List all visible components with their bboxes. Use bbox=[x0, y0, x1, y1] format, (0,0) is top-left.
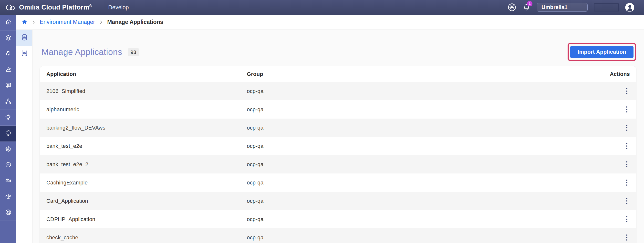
highlight-annotation: Import Application bbox=[568, 43, 636, 61]
insights-icon bbox=[5, 114, 12, 121]
table-row: bank_test_e2e_2 ocp-qa bbox=[40, 155, 636, 174]
secondary-sidebar bbox=[16, 30, 32, 243]
voice-chat-icon bbox=[5, 82, 12, 90]
group-cell: ocp-qa bbox=[247, 216, 582, 223]
application-name-cell: alphanumeric bbox=[40, 106, 247, 113]
sidebar-item-analytics[interactable] bbox=[0, 62, 16, 78]
chevron-right-icon bbox=[99, 20, 103, 24]
table-row: 2106_Simplified ocp-qa bbox=[40, 82, 636, 100]
organization-selector-value: Umbrella1 bbox=[542, 4, 567, 10]
avatar-head-shape bbox=[628, 5, 631, 8]
network-icon bbox=[5, 98, 12, 106]
table-row: check_cache ocp-qa bbox=[40, 228, 636, 243]
code-icon bbox=[21, 49, 28, 58]
subsidebar-item-database[interactable] bbox=[16, 30, 32, 46]
sidebar-item-user-settings[interactable] bbox=[0, 142, 16, 157]
cloud-deploy-icon bbox=[5, 130, 12, 137]
kebab-menu-icon[interactable] bbox=[625, 105, 629, 114]
table-row: alphanumeric ocp-qa bbox=[40, 100, 636, 119]
cloud-logo-icon bbox=[5, 4, 16, 11]
group-cell: ocp-qa bbox=[247, 125, 582, 131]
sidebar-item-miniapps[interactable] bbox=[0, 46, 16, 62]
user-settings-icon bbox=[5, 145, 12, 153]
group-cell: ocp-qa bbox=[247, 180, 582, 186]
kebab-menu-icon[interactable] bbox=[625, 123, 629, 132]
kebab-menu-icon[interactable] bbox=[625, 87, 629, 96]
application-name-cell: 2106_Simplified bbox=[40, 88, 247, 94]
top-header-bar: Omilia Cloud Platform® Develop 1 Umbrell… bbox=[0, 0, 644, 15]
sidebar-item-insights[interactable] bbox=[0, 110, 16, 126]
group-cell: ocp-qa bbox=[247, 198, 582, 204]
group-cell: ocp-qa bbox=[247, 106, 582, 113]
column-header-group: Group bbox=[247, 71, 582, 77]
kebab-menu-icon[interactable] bbox=[625, 233, 629, 242]
import-application-button[interactable]: Import Application bbox=[570, 46, 634, 58]
bell-icon[interactable]: 1 bbox=[523, 3, 530, 11]
notification-count-badge: 1 bbox=[527, 1, 532, 6]
primary-sidebar bbox=[0, 15, 16, 243]
table-body: 2106_Simplified ocp-qa alphanumeric ocp-… bbox=[40, 82, 636, 243]
page-title: Manage Applications bbox=[42, 47, 122, 57]
analytics-icon bbox=[5, 66, 12, 74]
kebab-menu-icon[interactable] bbox=[625, 142, 629, 151]
brightness-icon[interactable] bbox=[508, 3, 516, 12]
support-icon bbox=[5, 209, 12, 217]
quality-seal-icon bbox=[5, 161, 12, 169]
applications-table: Application Group Actions 2106_Simplifie… bbox=[40, 66, 636, 243]
column-header-application: Application bbox=[40, 71, 247, 77]
kebab-menu-icon[interactable] bbox=[625, 160, 629, 169]
registered-mark: ® bbox=[89, 4, 92, 8]
kebab-menu-icon[interactable] bbox=[625, 215, 629, 224]
app-title: Omilia Cloud Platform® bbox=[19, 4, 92, 11]
section-label: Develop bbox=[108, 4, 129, 11]
kebab-menu-icon[interactable] bbox=[625, 196, 629, 206]
table-row: CDPHP_Application ocp-qa bbox=[40, 210, 636, 228]
layers-icon bbox=[5, 34, 12, 42]
subsidebar-item-code[interactable] bbox=[16, 46, 32, 61]
chevron-right-icon bbox=[32, 20, 36, 24]
application-name-cell: CachingExample bbox=[40, 180, 247, 186]
group-cell: ocp-qa bbox=[247, 143, 582, 149]
header-actions: 1 Umbrella1 bbox=[508, 3, 644, 12]
breadcrumb-environment-manager[interactable]: Environment Manager bbox=[40, 19, 95, 25]
sidebar-item-voice-chat[interactable] bbox=[0, 78, 16, 94]
application-name-cell: Card_Application bbox=[40, 198, 247, 204]
kebab-menu-icon[interactable] bbox=[625, 178, 629, 187]
table-row: bank_test_e2e ocp-qa bbox=[40, 137, 636, 155]
header-box-placeholder[interactable] bbox=[594, 3, 619, 11]
header-divider bbox=[100, 4, 100, 11]
avatar-body-shape bbox=[628, 8, 632, 11]
sidebar-item-layers[interactable] bbox=[0, 30, 16, 46]
omilia-logo[interactable]: Omilia Cloud Platform® bbox=[0, 4, 92, 11]
sidebar-item-cloud-deploy[interactable] bbox=[0, 126, 16, 142]
group-cell: ocp-qa bbox=[247, 88, 582, 94]
application-name-cell: banking2_flow_DEVAws bbox=[40, 125, 247, 131]
main-content: Manage Applications 93 Import Applicatio… bbox=[32, 30, 644, 243]
table-row: CachingExample ocp-qa bbox=[40, 174, 636, 192]
sidebar-item-home[interactable] bbox=[0, 15, 16, 30]
application-name-cell: bank_test_e2e_2 bbox=[40, 161, 247, 168]
sidebar-item-compliance-scale[interactable] bbox=[0, 189, 16, 205]
group-cell: ocp-qa bbox=[247, 161, 582, 168]
sidebar-item-support[interactable] bbox=[0, 205, 16, 221]
group-cell: ocp-qa bbox=[247, 235, 582, 241]
sidebar-item-network[interactable] bbox=[0, 94, 16, 110]
home-icon[interactable] bbox=[22, 19, 28, 25]
connectors-icon bbox=[5, 177, 12, 185]
breadcrumb: Environment Manager Manage Applications bbox=[16, 15, 644, 30]
home-icon bbox=[5, 18, 12, 26]
column-header-actions: Actions bbox=[610, 71, 636, 77]
table-row: banking2_flow_DEVAws ocp-qa bbox=[40, 119, 636, 137]
table-row: Card_Application ocp-qa bbox=[40, 192, 636, 210]
application-name-cell: CDPHP_Application bbox=[40, 216, 247, 223]
sidebar-item-connectors[interactable] bbox=[0, 173, 16, 189]
sidebar-item-quality-seal[interactable] bbox=[0, 157, 16, 173]
table-header-row: Application Group Actions bbox=[40, 66, 636, 82]
miniapps-icon bbox=[5, 50, 12, 58]
application-name-cell: check_cache bbox=[40, 235, 247, 241]
database-icon bbox=[21, 34, 28, 42]
avatar-icon[interactable] bbox=[625, 3, 634, 12]
applications-count-badge: 93 bbox=[128, 48, 139, 56]
organization-selector[interactable]: Umbrella1 bbox=[537, 3, 588, 12]
compliance-scale-icon bbox=[5, 193, 12, 201]
